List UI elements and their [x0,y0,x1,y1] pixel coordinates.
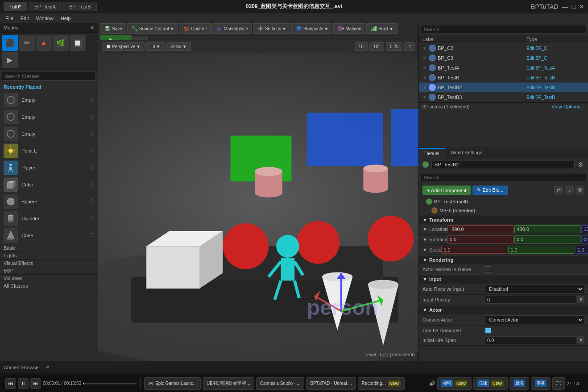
mode-arrow[interactable]: ▶ [2,52,18,68]
tag-fullscreen[interactable]: ⛶ [552,377,565,390]
details-search-input[interactable] [421,173,586,182]
rotation-y-input[interactable] [514,235,580,243]
place-item-cone[interactable]: Cone ⓘ [0,227,98,244]
toolbar-save[interactable]: Save [100,23,126,34]
category-lights[interactable]: Lights [0,252,98,259]
comp-item-self[interactable]: BP_TestB (self) [419,197,588,206]
vp-lit-btn[interactable]: Lit▼ [146,42,164,51]
outliner-search-input[interactable] [421,25,586,34]
mode-landscape[interactable]: 🔺 [36,35,52,51]
tab-bp-testa[interactable]: BP_TestA [29,2,62,11]
menu-help[interactable]: Help [57,15,75,22]
scale-x-input[interactable] [441,246,507,254]
menu-file[interactable]: File [2,15,17,22]
cb-close-btn[interactable]: ✕ [46,364,50,370]
vp-scale-value[interactable]: 0.25 [386,42,402,51]
volume-icon[interactable]: 🔊 [429,380,435,386]
toolbar-blueprints[interactable]: Blueprints▼ [291,23,332,34]
mode-foliage[interactable]: 🌿 [53,35,69,51]
edit-blueprint-btn[interactable]: ✎ Edit Blu... [472,186,508,195]
outliner-row-bptestb[interactable]: 👁 BP_TestB Edit BP_TestB [419,73,588,83]
empty2-info[interactable]: ⓘ [90,114,94,120]
mode-geometry[interactable]: 🔲 [70,35,86,51]
taskbar-unreal[interactable]: BPTuTAD - Unreal ... [306,377,356,390]
outliner-row-bptestb2[interactable]: 👁 BP_TestB2 Edit BP_TestB [419,83,588,92]
toolbar-source-control[interactable]: Source Control▼ [127,23,178,34]
taskbar-camtasia[interactable]: Camtasia Studio - ... [256,377,305,390]
download-icon[interactable]: ↓ [565,186,574,194]
viewport[interactable]: 🔲 Perspective▼ Lit▼ Show▼ 10 10° 0.25 4 [98,40,418,361]
tab-bp-testb[interactable]: BP_TestB [63,2,96,11]
details-settings-icon[interactable]: ⚙ [576,161,584,169]
outliner-row-bpc2[interactable]: 👁 BP_C2 Edit BP_C [419,43,588,53]
player-info[interactable]: ⓘ [90,165,94,171]
taskbar-epic[interactable]: 🎮 Epic Games Launc... [144,377,201,390]
scale-y-input[interactable] [508,246,574,254]
view-options-btn[interactable]: View Options... [551,104,584,109]
life-span-stepper[interactable]: ▼ [577,336,584,343]
toolbar-matinee[interactable]: Matinee [333,23,365,34]
comp-item-mesh[interactable]: Mesh (Inherited) [419,206,588,215]
outliner-row-bpc3[interactable]: 👁 BP_C3 Edit BP_C [419,53,588,63]
cone-info[interactable]: ⓘ [90,232,94,239]
tag-speed[interactable]: 倍速 NEW [473,377,508,390]
place-item-cube[interactable]: Cube ⓘ [0,176,98,193]
place-item-cylinder[interactable]: Cylinder ⓘ [0,210,98,227]
place-item-sphere[interactable]: Sphere ⓘ [0,193,98,210]
menu-edit[interactable]: Edit [17,15,33,22]
category-visual[interactable]: Visual Effects [0,259,98,267]
vp-cam-speed[interactable]: 4 [404,42,415,51]
actor-hidden-checkbox[interactable] [485,266,491,272]
taskbar-recording[interactable]: Recording... NEW [358,377,405,390]
place-item-pointlight[interactable]: Point L ⓘ [0,142,98,159]
toolbar-play[interactable]: Play [100,35,132,40]
mode-place[interactable]: ⬛ [2,35,18,51]
auto-receive-select[interactable]: Disabled [485,285,584,293]
empty1-info[interactable]: ⓘ [90,97,94,103]
pointlight-info[interactable]: ⓘ [90,148,94,154]
menu-window[interactable]: Window [33,15,57,22]
prev-btn[interactable]: ⏮ [5,378,16,389]
category-volumes[interactable]: Volumes [0,274,98,282]
search-classes-input[interactable] [2,72,96,81]
vis-icon-bpc2[interactable]: 👁 [422,46,427,51]
cylinder-info[interactable]: ⓘ [90,215,94,222]
progress-bar[interactable] [83,383,137,384]
mode-paint[interactable]: ✏ [19,35,35,51]
maximize-btn[interactable]: □ [572,3,576,10]
modes-close[interactable]: ✕ [90,25,94,31]
place-item-player[interactable]: Player ⓘ [0,159,98,176]
location-z-input[interactable] [581,225,588,233]
vis-icon-bptestb3[interactable]: 👁 [422,95,427,100]
cube-info[interactable]: ⓘ [90,182,94,188]
taskbar-ue4[interactable]: UE4蓝图进阶教学视... [203,377,254,390]
actor-section-header[interactable]: ▼ Actor [419,305,588,314]
sphere-info[interactable]: ⓘ [90,198,94,205]
input-priority-input[interactable] [485,296,576,304]
vp-perspective-btn[interactable]: 🔲 Perspective▼ [102,42,145,51]
transform-section-header[interactable]: ▼ Transform [419,215,588,224]
close-btn[interactable]: ✕ [579,3,584,10]
convert-actor-select[interactable]: Convert Actor [485,315,584,324]
vp-show-btn[interactable]: Show▼ [166,42,191,51]
vp-grid-value[interactable]: 10 [355,42,368,51]
place-item-empty1[interactable]: Empty ⓘ [0,91,98,108]
play-pause-btn[interactable]: ⏸ [18,378,29,389]
outliner-row-bptesta[interactable]: 👁 BP_TestA Edit BP_TestA [419,63,588,73]
rotation-x-input[interactable] [447,235,513,243]
vis-icon-bptestb[interactable]: 👁 [422,75,427,80]
priority-stepper-down[interactable]: ▼ [577,296,584,303]
recently-placed[interactable]: Recently Placed [0,83,98,91]
vis-icon-bptesta[interactable]: 👁 [422,66,427,70]
toolbar-marketplace[interactable]: Marketplace [211,23,252,34]
input-section-header[interactable]: ▼ Input [419,274,588,284]
empty3-info[interactable]: ⓘ [90,131,94,137]
minimize-btn[interactable]: — [562,3,568,10]
details-tab-world[interactable]: World Settings [445,148,488,158]
rotation-z-input[interactable] [581,235,588,243]
add-component-btn[interactable]: + Add Component [422,186,471,195]
scale-z-input[interactable] [575,246,588,254]
place-item-empty2[interactable]: Empty ⓘ [0,108,98,125]
details-tab-details[interactable]: Details [419,148,445,158]
location-x-input[interactable] [447,225,513,233]
